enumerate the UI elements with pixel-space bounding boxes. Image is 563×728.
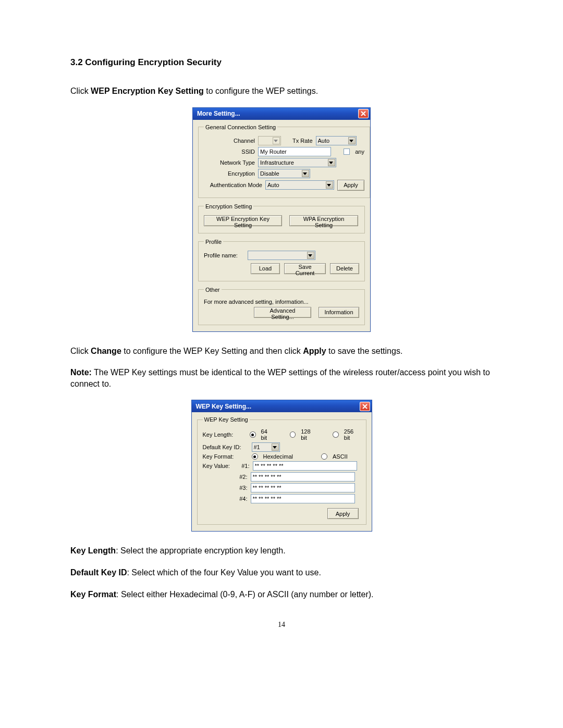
paragraph-2: Click Change to configure the WEP Key Se… xyxy=(70,346,493,357)
radio-hex-label: Hexdecimal xyxy=(263,453,293,460)
paragraph-1: Click WEP Encryption Key Setting to conf… xyxy=(70,85,493,97)
key4-input[interactable] xyxy=(251,494,355,503)
radio-64bit-label: 64 bit xyxy=(261,428,275,441)
wep-key-group: WEP Key Setting Key Length: 64 bit 128 b… xyxy=(197,416,366,525)
kl-text: : Select the appropriate encryption key … xyxy=(116,546,286,555)
radio-128bit-label: 128 bit xyxy=(301,428,317,441)
other-legend: Other xyxy=(204,287,222,293)
general-connection-group: General Connection Setting Channel Tx Ra… xyxy=(198,124,370,198)
profile-name-label: Profile name: xyxy=(204,252,244,258)
key-format-label: Key Format: xyxy=(203,453,249,460)
p1-text-post: to configure the WEP settings. xyxy=(204,87,318,95)
key2-label: #2: xyxy=(236,474,248,480)
kf-text: : Select either Hexadecimal (0-9, A-F) o… xyxy=(116,590,374,599)
note-bold: Note: xyxy=(70,368,92,377)
advanced-setting-button[interactable]: Advanced Setting... xyxy=(254,307,311,318)
encryption-select[interactable] xyxy=(258,169,310,178)
txrate-label: Tx Rate xyxy=(292,138,313,144)
dialog1-titlebar: More Setting... xyxy=(193,108,370,120)
txrate-select[interactable] xyxy=(316,136,357,145)
wep-apply-button[interactable]: Apply xyxy=(327,508,359,519)
any-checkbox[interactable] xyxy=(344,149,350,155)
ssid-label: SSID xyxy=(204,149,255,155)
radio-256bit-label: 256 bit xyxy=(344,428,361,441)
close-icon[interactable] xyxy=(358,109,369,118)
default-key-id-desc: Default Key ID: Select which of the four… xyxy=(70,567,493,578)
dk-bold: Default Key ID xyxy=(70,568,127,577)
ssid-input[interactable] xyxy=(258,147,331,156)
close-icon[interactable] xyxy=(360,402,370,411)
channel-label: Channel xyxy=(204,138,255,144)
p2-b2: Apply xyxy=(303,347,326,355)
wep-key-setting-dialog: WEP Key Setting... WEP Key Setting Key L… xyxy=(191,400,372,532)
kl-bold: Key Length xyxy=(70,546,116,555)
radio-hex[interactable] xyxy=(252,453,258,460)
auth-mode-select[interactable] xyxy=(265,180,334,190)
p2-pre: Click xyxy=(70,347,91,355)
other-text: For more advanced setting, information..… xyxy=(204,299,309,305)
information-button[interactable]: Information xyxy=(319,307,359,318)
key3-label: #3: xyxy=(236,485,248,491)
page-number: 14 xyxy=(70,621,493,629)
p1-text-pre: Click xyxy=(70,87,91,95)
encryption-setting-group: Encryption Setting WEP Encryption Key Se… xyxy=(198,203,365,233)
key-length-desc: Key Length: Select the appropriate encry… xyxy=(70,545,493,557)
network-type-select[interactable] xyxy=(258,158,336,167)
default-key-id-label: Default Key ID: xyxy=(203,444,249,450)
key-format-desc: Key Format: Select either Hexadecimal (0… xyxy=(70,589,493,600)
dialog1-title: More Setting... xyxy=(197,110,240,117)
key2-input[interactable] xyxy=(251,472,355,482)
default-key-id-select[interactable] xyxy=(252,442,280,452)
dialog2-title: WEP Key Setting... xyxy=(196,403,251,410)
network-type-label: Network Type xyxy=(204,159,255,166)
section-heading: 3.2 Configuring Encryption Security xyxy=(70,57,493,68)
wep-key-setting-button[interactable]: WEP Encryption Key Setting xyxy=(204,215,282,226)
key1-label: #1: xyxy=(238,463,250,469)
radio-256bit[interactable] xyxy=(333,431,339,438)
encryption-label: Encryption xyxy=(204,170,255,177)
more-setting-dialog: More Setting... General Connection Setti… xyxy=(192,107,371,332)
radio-ascii[interactable] xyxy=(321,453,327,460)
apply-button[interactable]: Apply xyxy=(337,180,364,191)
key-value-label: Key Value: xyxy=(203,463,235,469)
key4-label: #4: xyxy=(236,496,248,502)
auth-mode-label: Authentication Mode xyxy=(204,182,262,188)
wep-key-legend: WEP Key Setting xyxy=(203,416,250,423)
general-connection-legend: General Connection Setting xyxy=(204,124,277,130)
wpa-setting-button[interactable]: WPA Encryption Setting xyxy=(289,215,358,226)
p2-b1: Change xyxy=(91,347,121,355)
key1-input[interactable] xyxy=(253,461,357,471)
key3-input[interactable] xyxy=(251,483,355,492)
channel-select xyxy=(258,136,281,145)
note-paragraph: Note: The WEP Key settings must be ident… xyxy=(70,367,493,389)
p2-post: to save the settings. xyxy=(326,347,403,355)
kf-bold: Key Format xyxy=(70,590,116,599)
load-button[interactable]: Load xyxy=(251,263,280,274)
save-current-button[interactable]: Save Current xyxy=(284,263,326,274)
key-length-label: Key Length: xyxy=(203,431,247,438)
radio-128bit[interactable] xyxy=(290,431,296,438)
radio-ascii-label: ASCII xyxy=(333,453,348,460)
profile-group: Profile Profile name: Load Save Current … xyxy=(198,239,365,281)
other-group: Other For more advanced setting, informa… xyxy=(198,287,365,325)
delete-button[interactable]: Delete xyxy=(330,263,359,274)
radio-64bit[interactable] xyxy=(250,431,256,438)
dk-text: : Select which of the four Key Value you… xyxy=(127,568,321,577)
any-label: any xyxy=(355,149,364,155)
p1-bold: WEP Encryption Key Setting xyxy=(91,87,204,95)
encryption-setting-legend: Encryption Setting xyxy=(204,203,253,209)
p2-mid: to configure the WEP Key Setting and the… xyxy=(121,347,303,355)
dialog2-titlebar: WEP Key Setting... xyxy=(192,400,372,412)
note-text: The WEP Key settings must be identical t… xyxy=(70,368,490,388)
profile-legend: Profile xyxy=(204,239,223,245)
profile-name-select[interactable] xyxy=(248,251,315,260)
